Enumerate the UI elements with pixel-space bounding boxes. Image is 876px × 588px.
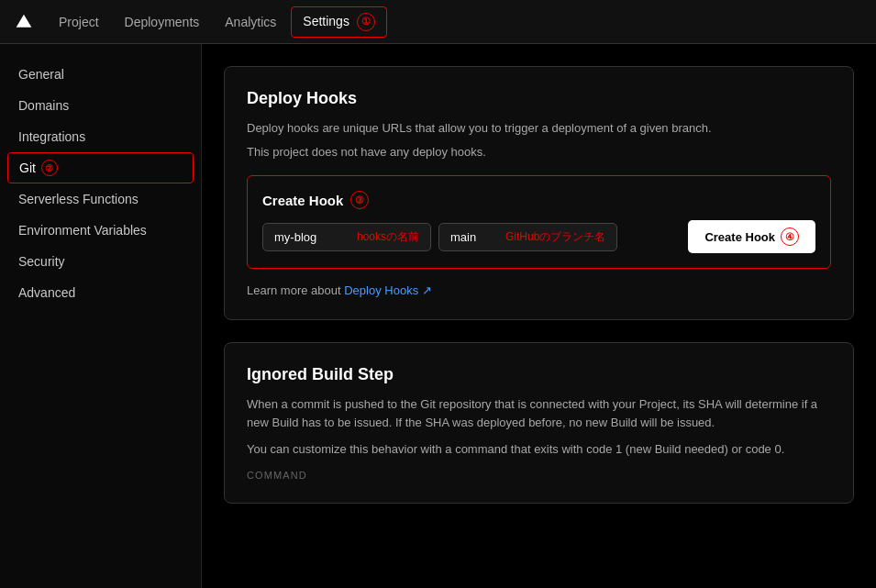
deploy-hooks-link[interactable]: Deploy Hooks ↗ [344, 283, 432, 297]
deploy-hooks-title: Deploy Hooks [247, 89, 831, 108]
vercel-logo-icon [15, 13, 33, 31]
nav-deployments[interactable]: Deployments [114, 9, 211, 35]
git-badge: ② [41, 160, 58, 176]
create-hook-button[interactable]: Create Hook ④ [688, 220, 815, 253]
deploy-hooks-desc2: This project does not have any deploy ho… [247, 143, 831, 161]
nav-settings[interactable]: Settings ① [291, 6, 386, 38]
sidebar-item-general[interactable]: General [0, 59, 201, 90]
sidebar-item-env[interactable]: Environment Variables [0, 215, 201, 246]
hook-name-label: hooksの名前 [357, 229, 419, 245]
create-hook-box: Create Hook ③ hooksの名前 GitHubのブランチ名 Crea… [247, 175, 831, 269]
sidebar-item-domains[interactable]: Domains [0, 90, 201, 121]
create-hook-button-badge: ④ [781, 227, 799, 246]
deploy-hooks-card: Deploy Hooks Deploy hooks are unique URL… [224, 66, 854, 320]
main-content: Deploy Hooks Deploy hooks are unique URL… [202, 44, 876, 588]
settings-badge: ① [357, 13, 375, 31]
create-hook-badge: ③ [350, 191, 369, 209]
top-navigation: Project Deployments Analytics Settings ① [0, 0, 876, 44]
hook-branch-input-wrap: GitHubのブランチ名 [438, 223, 617, 251]
ignored-build-desc1: When a commit is pushed to the Git repos… [247, 395, 831, 431]
sidebar: General Domains Integrations Git ② Serve… [0, 44, 202, 588]
hook-name-input[interactable] [274, 230, 348, 244]
hook-name-input-wrap: hooksの名前 [262, 223, 431, 251]
sidebar-item-git[interactable]: Git ② [7, 152, 194, 183]
hook-branch-input[interactable] [450, 230, 496, 244]
sidebar-item-integrations[interactable]: Integrations [0, 121, 201, 152]
deploy-hooks-desc1: Deploy hooks are unique URLs that allow … [247, 119, 831, 138]
sidebar-item-serverless[interactable]: Serverless Functions [0, 183, 201, 215]
logo [15, 13, 33, 31]
page-layout: General Domains Integrations Git ② Serve… [0, 44, 876, 588]
learn-more: Learn more about Deploy Hooks ↗ [247, 283, 831, 297]
command-label: COMMAND [247, 470, 831, 481]
ignored-build-card: Ignored Build Step When a commit is push… [224, 342, 854, 504]
sidebar-item-advanced[interactable]: Advanced [0, 277, 201, 308]
ignored-build-title: Ignored Build Step [247, 365, 831, 384]
nav-analytics[interactable]: Analytics [214, 9, 287, 35]
hook-branch-label: GitHubのブランチ名 [505, 229, 605, 245]
ignored-build-desc2: You can customize this behavior with a c… [247, 440, 831, 459]
sidebar-item-security[interactable]: Security [0, 246, 201, 277]
create-hook-row: hooksの名前 GitHubのブランチ名 Create Hook ④ [262, 220, 815, 253]
external-link-icon: ↗ [422, 283, 432, 297]
nav-project[interactable]: Project [48, 9, 110, 35]
create-hook-heading: Create Hook ③ [262, 191, 815, 209]
